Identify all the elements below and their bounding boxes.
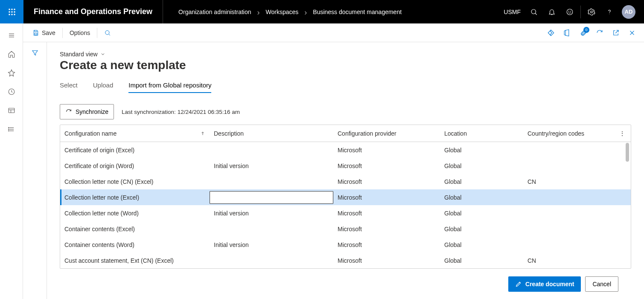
svg-point-13 [571, 11, 571, 12]
cell-config-name: Collection letter note (Excel) [60, 194, 210, 201]
svg-line-31 [109, 34, 110, 35]
save-icon [32, 29, 39, 36]
table-row[interactable]: Collection letter note (Excel)MicrosoftG… [60, 189, 631, 205]
cell-description: Initial version [210, 241, 333, 248]
page-search-button[interactable] [99, 23, 116, 42]
cell-provider: Microsoft [333, 194, 440, 201]
nav-home[interactable] [0, 45, 23, 64]
grid-body[interactable]: Certificate of origin (Excel)MicrosoftGl… [60, 142, 631, 268]
table-row[interactable]: Container contents (Excel)MicrosoftGloba… [60, 221, 631, 237]
table-row[interactable]: Cust account statement, Ext (CN) (Excel)… [60, 253, 631, 268]
save-button[interactable]: Save [27, 23, 61, 42]
smiley-icon [566, 8, 574, 16]
refresh-icon [596, 29, 603, 37]
cell-location: Global [440, 257, 523, 264]
synchronize-button[interactable]: Synchronize [60, 104, 114, 119]
search-button[interactable] [525, 0, 543, 23]
popout-button[interactable] [608, 25, 624, 41]
svg-point-4 [11, 11, 13, 13]
grid-column-menu[interactable]: ⋮ [617, 130, 627, 137]
cell-provider: Microsoft [333, 241, 440, 248]
settings-button[interactable] [583, 0, 600, 23]
svg-point-15 [609, 13, 609, 14]
feedback-button[interactable] [561, 0, 579, 23]
office-button[interactable] [559, 25, 575, 41]
table-row[interactable]: Collection letter note (Word)Initial ver… [60, 205, 631, 221]
nav-recent[interactable] [0, 82, 23, 101]
cell-config-name: Cust account statement, Ext (CN) (Excel) [60, 257, 210, 264]
hamburger-icon [8, 32, 15, 39]
options-button[interactable]: Options [64, 23, 95, 42]
table-row[interactable]: Container contents (Word)Initial version… [60, 237, 631, 253]
sort-asc-icon [200, 131, 205, 136]
table-row[interactable]: Certificate of origin (Excel)MicrosoftGl… [60, 142, 631, 158]
svg-point-11 [567, 9, 573, 15]
table-row[interactable]: Collection letter note (CN) (Excel)Micro… [60, 174, 631, 189]
table-row[interactable]: Certificate of origin (Word)Initial vers… [60, 158, 631, 174]
svg-point-14 [591, 11, 593, 13]
breadcrumb-item[interactable]: Workspaces [266, 9, 299, 15]
user-avatar[interactable]: AD [622, 5, 635, 19]
cell-location: Global [440, 163, 523, 169]
tab-import[interactable]: Import from Global repository [128, 81, 211, 93]
question-icon [606, 8, 613, 16]
grid-scrollbar[interactable] [624, 142, 631, 268]
separator [62, 28, 63, 38]
cell-description[interactable] [210, 191, 333, 204]
legal-entity[interactable]: USMF [499, 9, 525, 15]
chevron-down-icon [100, 52, 105, 57]
app-launcher-button[interactable] [0, 0, 23, 23]
nav-modules[interactable] [0, 120, 23, 139]
tab-strip: Select Upload Import from Global reposit… [60, 81, 631, 93]
cell-config-name: Certificate of origin (Word) [60, 163, 210, 169]
app-title: Finance and Operations Preview [23, 0, 163, 23]
notifications-button[interactable] [543, 0, 561, 23]
cell-config-name: Container contents (Excel) [60, 226, 210, 232]
copilot-button[interactable] [543, 25, 559, 41]
cell-country: CN [523, 257, 617, 264]
col-location[interactable]: Location [440, 130, 523, 137]
last-sync-text: Last synchronization: 12/24/2021 06:35:1… [122, 109, 240, 115]
separator [97, 28, 97, 38]
create-document-label: Create document [525, 281, 574, 287]
svg-point-3 [9, 11, 10, 13]
view-selector[interactable]: Standard view [60, 51, 631, 58]
modules-icon [8, 125, 15, 133]
tab-select[interactable]: Select [60, 81, 78, 93]
col-country[interactable]: Country/region codes [523, 130, 617, 137]
breadcrumb-item[interactable]: Organization administration [178, 9, 251, 15]
svg-point-2 [14, 9, 15, 10]
nav-collapse-button[interactable] [0, 26, 23, 45]
office-icon [563, 29, 571, 37]
cell-config-name: Collection letter note (CN) (Excel) [60, 178, 210, 185]
cell-country: CN [523, 178, 617, 185]
help-button[interactable] [600, 0, 618, 23]
nav-workspaces[interactable] [0, 101, 23, 120]
svg-point-26 [8, 128, 9, 128]
attachments-button[interactable]: 0 [576, 25, 591, 41]
tab-upload[interactable]: Upload [93, 81, 114, 93]
nav-favorites[interactable] [0, 64, 23, 82]
close-button[interactable] [624, 25, 640, 41]
cancel-button[interactable]: Cancel [585, 276, 618, 292]
refresh-button[interactable] [592, 25, 607, 41]
chevron-right-icon: › [304, 9, 307, 16]
save-label: Save [42, 29, 55, 36]
col-config-name[interactable]: Configuration name [60, 130, 210, 137]
page-content: Standard view Create a new template Sele… [47, 42, 644, 299]
filter-button[interactable] [31, 49, 39, 299]
main-pane: Save Options 0 [23, 23, 644, 299]
col-provider[interactable]: Configuration provider [333, 130, 440, 137]
cell-location: Global [440, 210, 523, 217]
cell-location: Global [440, 147, 523, 154]
gear-icon [588, 8, 595, 16]
col-description[interactable]: Description [210, 130, 333, 137]
cell-location: Global [440, 226, 523, 232]
scrollbar-thumb[interactable] [626, 143, 629, 162]
breadcrumb-item[interactable]: Business document management [313, 9, 402, 15]
cell-provider: Microsoft [333, 210, 440, 217]
view-label: Standard view [60, 51, 98, 58]
svg-point-0 [9, 9, 10, 10]
create-document-button[interactable]: Create document [508, 276, 581, 292]
svg-point-12 [568, 11, 569, 12]
